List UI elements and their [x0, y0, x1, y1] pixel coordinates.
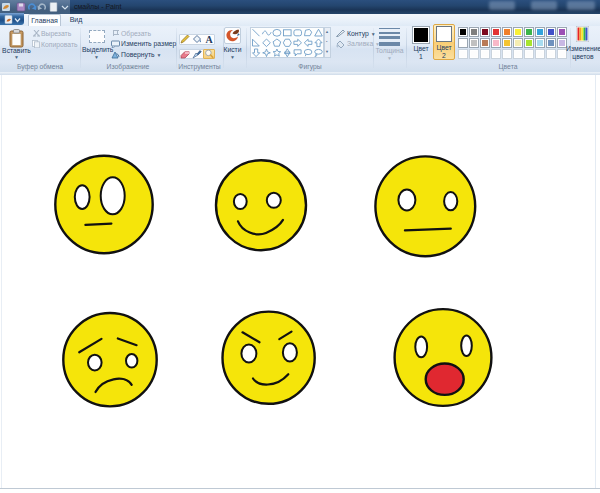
svg-text:A: A	[205, 34, 213, 44]
